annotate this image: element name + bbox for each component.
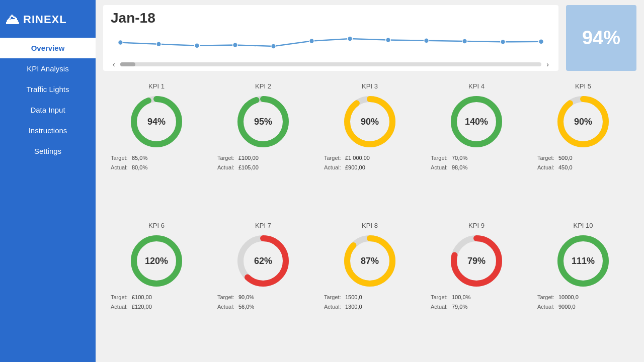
svg-point-10 <box>501 39 506 44</box>
scroll-thumb <box>120 62 135 66</box>
kpi-info-2: Target:£100,00Actual:£105,00 <box>212 153 314 172</box>
kpi-card-1: KPI 194%Target:85,0%Actual:80,0% <box>103 78 210 218</box>
kpi-title-10: KPI 10 <box>573 222 593 229</box>
donut-5: 90% <box>555 94 611 149</box>
donut-center-8: 87% <box>361 256 379 266</box>
donut-9: 79% <box>449 233 504 289</box>
svg-point-2 <box>195 43 200 48</box>
svg-point-3 <box>233 43 238 48</box>
donut-center-6: 120% <box>145 256 168 266</box>
svg-point-5 <box>309 38 314 43</box>
kpi-card-7: KPI 762%Target:90,0%Actual:56,0% <box>210 218 316 357</box>
kpi-title-5: KPI 5 <box>575 82 591 90</box>
kpi-card-4: KPI 4140%Target:70,0%Actual:98,0% <box>423 78 530 218</box>
kpi-info-5: Target:500,0Actual:450,0 <box>532 153 634 172</box>
kpi-title-9: KPI 9 <box>468 222 485 229</box>
logo-area: ⛰ RINEXL <box>0 5 96 38</box>
svg-point-11 <box>539 39 544 44</box>
donut-center-1: 94% <box>147 117 166 127</box>
logo-text: RINEXL <box>23 13 67 26</box>
sidebar-item-data-input[interactable]: Data Input <box>0 100 96 120</box>
kpi-info-4: Target:70,0%Actual:98,0% <box>426 153 527 172</box>
scroll-right-arrow[interactable]: › <box>544 60 551 68</box>
pct-badge: 94% <box>566 5 636 71</box>
donut-center-3: 90% <box>361 117 379 127</box>
kpi-card-5: KPI 590%Target:500,0Actual:450,0 <box>530 78 636 218</box>
sidebar-item-settings[interactable]: Settings <box>0 141 96 161</box>
kpi-card-8: KPI 887%Target:1500,0Actual:1300,0 <box>316 218 423 357</box>
donut-1: 94% <box>129 94 184 149</box>
sidebar-item-overview[interactable]: Overview <box>0 38 96 58</box>
date-chart-area: Jan-18 ‹ › <box>103 5 558 71</box>
logo-icon: ⛰ <box>5 11 19 28</box>
donut-6: 120% <box>129 233 184 289</box>
kpi-info-8: Target:1500,0Actual:1300,0 <box>319 293 421 311</box>
sidebar-item-instructions[interactable]: Instructions <box>0 120 96 141</box>
donut-4: 140% <box>449 94 504 149</box>
kpi-info-3: Target:£1 000,00Actual:£900,00 <box>319 153 421 172</box>
sparkline-chart <box>111 29 551 56</box>
donut-2: 95% <box>235 94 291 149</box>
scroll-left-arrow[interactable]: ‹ <box>111 60 117 68</box>
svg-point-1 <box>156 42 162 47</box>
scroll-bar: ‹ › <box>111 60 551 68</box>
svg-point-8 <box>424 38 429 43</box>
donut-center-2: 95% <box>254 117 272 127</box>
kpi-info-9: Target:100,0%Actual:79,0% <box>426 293 527 311</box>
date-title: Jan-18 <box>111 10 551 26</box>
svg-point-9 <box>462 39 467 44</box>
donut-3: 90% <box>342 94 397 149</box>
kpi-title-8: KPI 8 <box>362 222 378 229</box>
donut-center-7: 62% <box>254 256 272 266</box>
scroll-track[interactable] <box>120 62 542 66</box>
kpi-title-1: KPI 1 <box>148 82 165 90</box>
donut-center-10: 111% <box>572 256 595 266</box>
sidebar-item-traffic-lights[interactable]: Traffic Lights <box>0 79 96 100</box>
svg-point-0 <box>118 40 123 45</box>
kpi-title-7: KPI 7 <box>255 222 271 229</box>
donut-8: 87% <box>342 233 397 289</box>
donut-center-5: 90% <box>574 117 592 127</box>
kpi-info-6: Target:£100,00Actual:£120,00 <box>106 293 207 311</box>
svg-point-7 <box>386 38 391 43</box>
kpi-card-6: KPI 6120%Target:£100,00Actual:£120,00 <box>103 218 210 357</box>
donut-center-9: 79% <box>467 256 486 266</box>
kpi-grid: KPI 194%Target:85,0%Actual:80,0%KPI 295%… <box>96 73 644 362</box>
kpi-info-1: Target:85,0%Actual:80,0% <box>106 153 207 172</box>
kpi-title-6: KPI 6 <box>148 222 165 229</box>
main-content: Jan-18 ‹ › 94% KPI 194%Target:85,0%Actua… <box>96 0 644 362</box>
kpi-info-7: Target:90,0%Actual:56,0% <box>212 293 314 311</box>
donut-10: 111% <box>555 233 611 289</box>
kpi-info-10: Target:10000,0Actual:9000,0 <box>532 293 634 311</box>
svg-point-4 <box>271 44 276 49</box>
kpi-card-2: KPI 295%Target:£100,00Actual:£105,00 <box>210 78 316 218</box>
sidebar: ⛰ RINEXL OverviewKPI AnalysisTraffic Lig… <box>0 0 96 362</box>
topbar: Jan-18 ‹ › 94% <box>96 0 644 73</box>
kpi-card-9: KPI 979%Target:100,0%Actual:79,0% <box>423 218 530 357</box>
kpi-title-4: KPI 4 <box>468 82 485 90</box>
donut-7: 62% <box>235 233 291 289</box>
kpi-title-3: KPI 3 <box>362 82 378 90</box>
kpi-card-10: KPI 10111%Target:10000,0Actual:9000,0 <box>530 218 636 357</box>
svg-point-6 <box>348 36 353 41</box>
kpi-card-3: KPI 390%Target:£1 000,00Actual:£900,00 <box>316 78 423 218</box>
kpi-title-2: KPI 2 <box>255 82 271 90</box>
sparkline-container <box>111 29 551 58</box>
sidebar-item-kpi-analysis[interactable]: KPI Analysis <box>0 58 96 79</box>
donut-center-4: 140% <box>465 117 488 127</box>
